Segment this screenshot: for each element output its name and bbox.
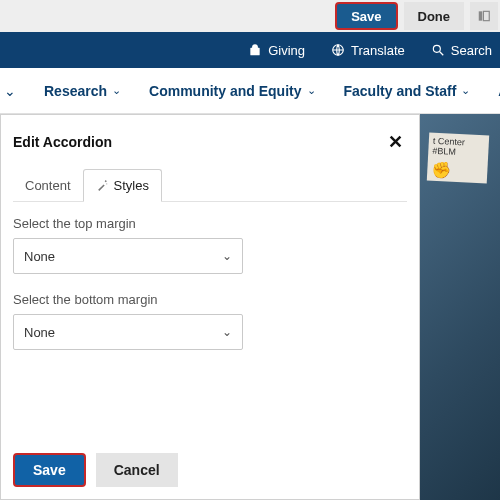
svg-line-4: [440, 52, 444, 56]
chevron-down-icon: ⌄: [307, 84, 316, 97]
tab-content[interactable]: Content: [13, 169, 83, 201]
chevron-down-icon: ⌄: [222, 325, 232, 339]
nav-item-research[interactable]: Research ⌄: [44, 83, 121, 99]
giving-label: Giving: [268, 43, 305, 58]
search-link[interactable]: Search: [431, 43, 492, 58]
bottom-margin-select[interactable]: None ⌄: [13, 314, 243, 350]
chevron-down-icon[interactable]: ⌄: [4, 83, 16, 99]
chevron-down-icon: ⌄: [461, 84, 470, 97]
cancel-button[interactable]: Cancel: [96, 453, 178, 487]
dialog-tabs: Content Styles: [13, 169, 407, 202]
dialog-header: Edit Accordion ✕: [1, 115, 419, 161]
nav-label: Community and Equity: [149, 83, 301, 99]
save-button[interactable]: Save: [13, 453, 86, 487]
select-value: None: [24, 325, 55, 340]
dialog-body: Select the top margin None ⌄ Select the …: [1, 202, 419, 441]
top-margin-label: Select the top margin: [13, 216, 407, 231]
close-icon[interactable]: ✕: [388, 131, 403, 153]
save-button[interactable]: Save: [335, 2, 397, 30]
nav-label: Faculty and Staff: [344, 83, 457, 99]
dialog-title: Edit Accordion: [13, 134, 112, 150]
svg-rect-1: [483, 11, 489, 20]
wand-icon: [96, 179, 109, 192]
chevron-down-icon: ⌄: [112, 84, 121, 97]
page-area: t Center #BLM ✊ Edit Accordion ✕ Content…: [0, 114, 500, 500]
nav-item-faculty[interactable]: Faculty and Staff ⌄: [344, 83, 471, 99]
select-value: None: [24, 249, 55, 264]
panel-toggle-icon[interactable]: [470, 2, 498, 30]
raised-fist-icon: ✊: [431, 160, 484, 180]
chevron-down-icon: ⌄: [222, 249, 232, 263]
editor-topbar: Save Done: [0, 0, 500, 32]
top-margin-select[interactable]: None ⌄: [13, 238, 243, 274]
nav-label: Research: [44, 83, 107, 99]
search-label: Search: [451, 43, 492, 58]
search-icon: [431, 43, 445, 57]
tab-label: Content: [25, 178, 71, 193]
tab-styles[interactable]: Styles: [83, 169, 162, 202]
dialog-footer: Save Cancel: [1, 441, 419, 499]
svg-rect-0: [479, 11, 483, 20]
protest-sign: t Center #BLM ✊: [427, 132, 489, 183]
globe-icon: [331, 43, 345, 57]
giving-link[interactable]: Giving: [248, 43, 305, 58]
nav-item-community[interactable]: Community and Equity ⌄: [149, 83, 315, 99]
translate-label: Translate: [351, 43, 405, 58]
hero-image: t Center #BLM ✊: [420, 114, 500, 500]
done-button[interactable]: Done: [404, 2, 465, 30]
giving-icon: [248, 43, 262, 57]
bottom-margin-label: Select the bottom margin: [13, 292, 407, 307]
utility-bar: Giving Translate Search: [0, 32, 500, 68]
main-nav: ⌄ Research ⌄ Community and Equity ⌄ Facu…: [0, 68, 500, 114]
sign-text: #BLM: [432, 147, 484, 160]
tab-label: Styles: [114, 178, 149, 193]
svg-point-3: [433, 45, 440, 52]
translate-link[interactable]: Translate: [331, 43, 405, 58]
edit-accordion-dialog: Edit Accordion ✕ Content Styles Select t…: [0, 114, 420, 500]
